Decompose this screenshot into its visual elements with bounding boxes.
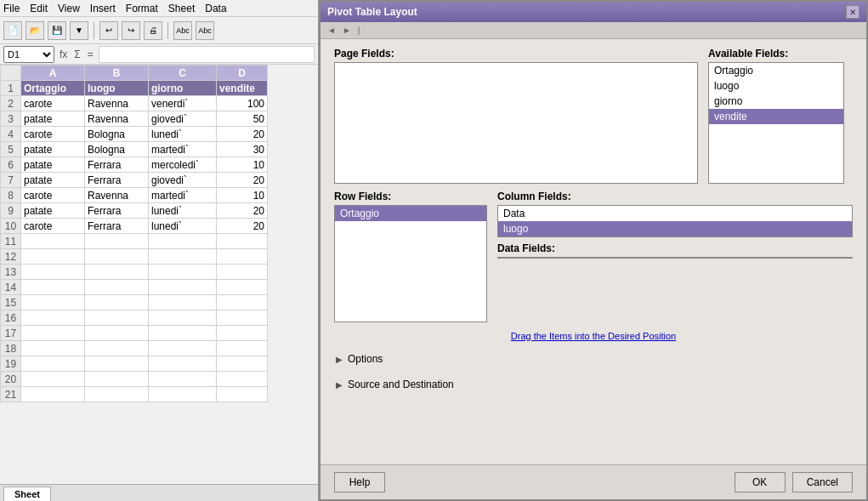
table-cell[interactable]: Ferrara xyxy=(85,219,149,234)
toolbar-print[interactable]: 🖨 xyxy=(144,21,162,40)
empty-cell[interactable] xyxy=(217,310,268,326)
table-cell[interactable]: martedi` xyxy=(149,142,217,157)
toolbar-open[interactable]: 📂 xyxy=(26,21,44,40)
help-button[interactable]: Help xyxy=(334,472,385,492)
empty-cell[interactable] xyxy=(217,265,268,280)
table-cell[interactable]: Bologna xyxy=(85,142,149,157)
empty-cell[interactable] xyxy=(149,310,217,326)
header-cell-2[interactable]: luogo xyxy=(85,81,149,96)
header-cell-3[interactable]: giorno xyxy=(149,81,217,96)
empty-cell[interactable] xyxy=(85,249,149,265)
table-cell[interactable]: Ravenna xyxy=(85,111,149,127)
empty-cell[interactable] xyxy=(149,356,217,372)
toolbar-new[interactable]: 📄 xyxy=(3,21,22,40)
table-cell[interactable]: lunedi` xyxy=(149,127,217,142)
table-cell[interactable]: patate xyxy=(21,142,85,157)
empty-cell[interactable] xyxy=(149,234,217,249)
empty-cell[interactable] xyxy=(149,387,217,402)
toolbar-extra[interactable]: ▼ xyxy=(70,21,88,40)
cell-reference[interactable]: D1 xyxy=(3,46,54,63)
table-cell[interactable]: Ferrara xyxy=(85,157,149,173)
empty-cell[interactable] xyxy=(21,265,85,280)
menu-format[interactable]: Format xyxy=(126,3,158,14)
col-header-a[interactable]: A xyxy=(21,65,85,81)
empty-cell[interactable] xyxy=(85,341,149,356)
table-cell[interactable]: 20 xyxy=(217,127,268,142)
col-header-c[interactable]: C xyxy=(149,65,217,81)
empty-cell[interactable] xyxy=(21,326,85,341)
empty-cell[interactable] xyxy=(149,249,217,265)
menu-file[interactable]: File xyxy=(3,3,20,14)
empty-cell[interactable] xyxy=(149,280,217,295)
empty-cell[interactable] xyxy=(21,310,85,326)
table-cell[interactable]: venerdi` xyxy=(149,96,217,111)
table-cell[interactable]: 20 xyxy=(217,219,268,234)
row-field-item[interactable]: Ortaggio xyxy=(335,206,486,221)
empty-cell[interactable] xyxy=(149,372,217,387)
table-cell[interactable]: giovedi` xyxy=(149,111,217,127)
data-fields-listbox[interactable] xyxy=(497,257,853,259)
table-cell[interactable]: 20 xyxy=(217,203,268,219)
empty-cell[interactable] xyxy=(149,326,217,341)
table-cell[interactable]: lunedi` xyxy=(149,219,217,234)
empty-cell[interactable] xyxy=(21,249,85,265)
table-cell[interactable]: mercoledi` xyxy=(149,157,217,173)
table-cell[interactable]: carote xyxy=(21,219,85,234)
empty-cell[interactable] xyxy=(85,326,149,341)
empty-cell[interactable] xyxy=(217,249,268,265)
sheet-tab-1[interactable]: Sheet xyxy=(3,487,51,501)
empty-cell[interactable] xyxy=(217,341,268,356)
header-cell-4[interactable]: vendite xyxy=(217,81,268,96)
empty-cell[interactable] xyxy=(21,295,85,310)
empty-cell[interactable] xyxy=(217,295,268,310)
table-cell[interactable]: 30 xyxy=(217,142,268,157)
ok-button[interactable]: OK xyxy=(735,472,786,492)
empty-cell[interactable] xyxy=(85,234,149,249)
empty-cell[interactable] xyxy=(217,326,268,341)
nav-forward[interactable]: ► xyxy=(343,26,351,35)
table-cell[interactable]: carote xyxy=(21,96,85,111)
empty-cell[interactable] xyxy=(217,372,268,387)
empty-cell[interactable] xyxy=(149,341,217,356)
menu-insert[interactable]: Insert xyxy=(90,3,116,14)
table-cell[interactable]: carote xyxy=(21,127,85,142)
available-field-item[interactable]: Ortaggio xyxy=(709,63,843,78)
empty-cell[interactable] xyxy=(21,280,85,295)
table-cell[interactable]: carote xyxy=(21,188,85,203)
col-header-d[interactable]: D xyxy=(217,65,268,81)
toolbar-undo[interactable]: ↩ xyxy=(99,21,118,40)
column-field-item[interactable]: Data xyxy=(498,206,852,221)
table-cell[interactable]: Bologna xyxy=(85,127,149,142)
table-cell[interactable]: martedi` xyxy=(149,188,217,203)
table-cell[interactable]: Ferrara xyxy=(85,203,149,219)
table-cell[interactable]: patate xyxy=(21,111,85,127)
options-row[interactable]: ▶ Options xyxy=(334,350,853,368)
empty-cell[interactable] xyxy=(21,372,85,387)
table-cell[interactable]: giovedi` xyxy=(149,173,217,188)
toolbar-spell1[interactable]: Abc xyxy=(173,21,192,40)
page-fields-listbox[interactable] xyxy=(334,62,698,184)
empty-cell[interactable] xyxy=(21,234,85,249)
empty-cell[interactable] xyxy=(217,234,268,249)
available-field-item[interactable]: vendite xyxy=(709,109,843,124)
table-cell[interactable]: Ferrara xyxy=(85,173,149,188)
available-fields-listbox[interactable]: Ortaggioluogogiornovendite xyxy=(708,62,844,184)
toolbar-save[interactable]: 💾 xyxy=(48,21,66,40)
menu-data[interactable]: Data xyxy=(205,3,226,14)
table-cell[interactable]: lunedi` xyxy=(149,203,217,219)
empty-cell[interactable] xyxy=(21,341,85,356)
menu-sheet[interactable]: Sheet xyxy=(168,3,195,14)
table-cell[interactable]: patate xyxy=(21,173,85,188)
table-cell[interactable]: 100 xyxy=(217,96,268,111)
empty-cell[interactable] xyxy=(21,387,85,402)
empty-cell[interactable] xyxy=(217,280,268,295)
empty-cell[interactable] xyxy=(85,280,149,295)
empty-cell[interactable] xyxy=(217,387,268,402)
empty-cell[interactable] xyxy=(85,310,149,326)
row-fields-listbox[interactable]: Ortaggio xyxy=(334,205,487,322)
empty-cell[interactable] xyxy=(149,265,217,280)
empty-cell[interactable] xyxy=(85,295,149,310)
menu-edit[interactable]: Edit xyxy=(30,3,48,14)
column-fields-listbox[interactable]: Dataluogo xyxy=(497,205,853,237)
menu-view[interactable]: View xyxy=(58,3,80,14)
